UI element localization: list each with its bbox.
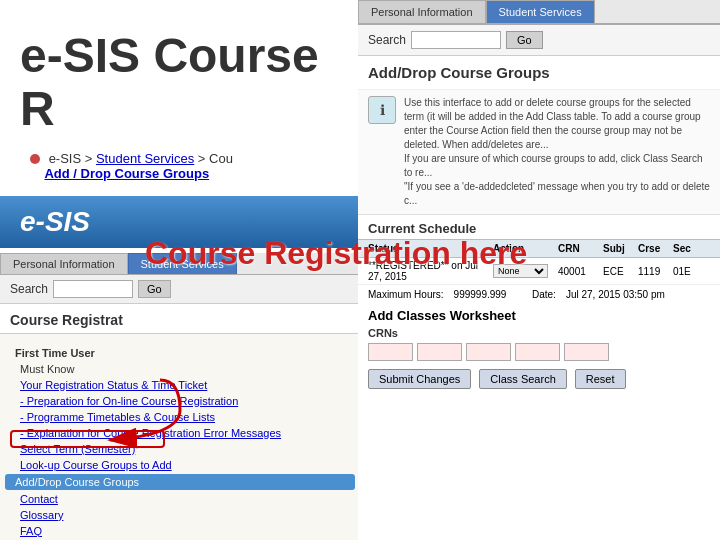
right-search-label: Search — [368, 33, 406, 47]
right-search-row: Search Go — [358, 25, 720, 56]
max-hours-row: Maximum Hours: 999999.999 Date: Jul 27, … — [358, 285, 720, 304]
tab-personal-information[interactable]: Personal Information — [0, 253, 128, 274]
td-subj: ECE — [603, 266, 633, 277]
main-title: e-SIS Course R — [0, 0, 360, 146]
date-label: Date: — [532, 289, 556, 300]
main-title-text: e-SIS Course R — [20, 29, 319, 135]
crn-input-1[interactable] — [368, 343, 413, 361]
breadcrumb-prefix: e-SIS > — [49, 151, 96, 166]
add-drop-heading: Add/Drop Course Groups — [358, 56, 720, 90]
nav-item-faq[interactable]: FAQ — [0, 523, 360, 539]
crn-input-5[interactable] — [564, 343, 609, 361]
td-crse: 1119 — [638, 266, 668, 277]
right-tabs: Personal Information Student Services — [358, 0, 720, 25]
course-reg-text: Course Registrat — [10, 312, 123, 328]
course-reg-heading: Course Registrat — [0, 304, 360, 334]
info-box: ℹ Use this interface to add or delete co… — [358, 90, 720, 215]
max-hours-value: 999999.999 — [454, 289, 507, 300]
bullet-icon — [30, 154, 40, 164]
esis-bar-label: e-SIS — [20, 206, 90, 237]
td-sec: 01E — [673, 266, 703, 277]
date-value: Jul 27, 2015 03:50 pm — [566, 289, 665, 300]
th-subj: Subj — [603, 243, 633, 254]
max-hours-label: Maximum Hours: — [368, 289, 444, 300]
right-search-input[interactable] — [411, 31, 501, 49]
right-go-button[interactable]: Go — [506, 31, 543, 49]
nav-item-add-drop[interactable]: Add/Drop Course Groups — [5, 474, 355, 490]
red-arrow-icon — [80, 370, 200, 450]
th-crse: Crse — [638, 243, 668, 254]
nav-item-contact[interactable]: Contact — [0, 491, 360, 507]
crns-label: CRNs — [358, 325, 720, 341]
submit-changes-button[interactable]: Submit Changes — [368, 369, 471, 389]
crns-inputs — [358, 341, 720, 363]
search-label: Search — [10, 282, 48, 296]
overlay-text: Course Registration here — [145, 235, 527, 272]
breadcrumb-link2[interactable]: Add / Drop Course Groups — [44, 166, 209, 181]
info-icon: ℹ — [368, 96, 396, 124]
info-text-3: "If you see a 'de-addedcleted' message w… — [404, 181, 710, 206]
th-crn: CRN — [558, 243, 598, 254]
info-text-2: If you are unsure of which course groups… — [404, 153, 702, 178]
class-search-button[interactable]: Class Search — [479, 369, 566, 389]
reset-button[interactable]: Reset — [575, 369, 626, 389]
search-input[interactable] — [53, 280, 133, 298]
breadcrumb-link1[interactable]: Student Services — [96, 151, 194, 166]
bottom-buttons: Submit Changes Class Search Reset — [358, 363, 720, 395]
info-text-1: Use this interface to add or delete cour… — [404, 97, 701, 150]
nav-item-lookup[interactable]: Look-up Course Groups to Add — [0, 457, 360, 473]
td-crn: 40001 — [558, 266, 598, 277]
search-row: Search Go — [0, 275, 360, 304]
nav-section-title: First Time User — [0, 342, 360, 361]
right-tab-personal[interactable]: Personal Information — [358, 0, 486, 23]
crn-input-4[interactable] — [515, 343, 560, 361]
breadcrumb-sep: > Cou — [194, 151, 233, 166]
crn-input-2[interactable] — [417, 343, 462, 361]
th-sec: Sec — [673, 243, 703, 254]
nav-item-glossary[interactable]: Glossary — [0, 507, 360, 523]
crn-input-3[interactable] — [466, 343, 511, 361]
go-button[interactable]: Go — [138, 280, 171, 298]
info-text-content: Use this interface to add or delete cour… — [404, 96, 710, 208]
add-classes-worksheet-heading: Add Classes Worksheet — [358, 304, 720, 325]
right-tab-student-services[interactable]: Student Services — [486, 0, 595, 23]
breadcrumb: e-SIS > Student Services > Cou Add / Dro… — [0, 146, 360, 191]
